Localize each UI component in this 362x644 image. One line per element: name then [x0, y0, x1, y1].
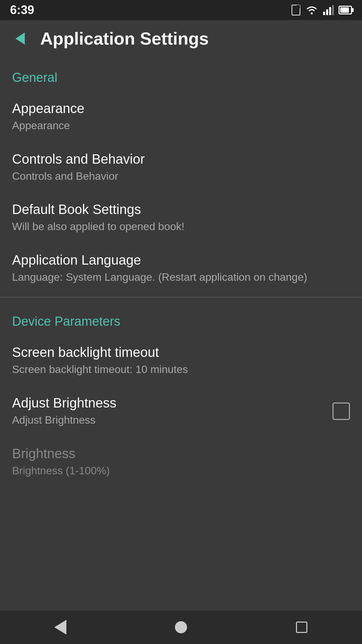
wifi-icon [305, 5, 318, 15]
section-header-general: General [0, 57, 362, 92]
nav-back-button[interactable] [47, 614, 74, 641]
svg-point-0 [311, 12, 313, 14]
svg-rect-2 [326, 9, 328, 15]
backlight-timeout-subtitle: Screen backlight timeout: 10 minutes [12, 363, 350, 377]
app-language-subtitle: Language: System Language. (Restart appl… [12, 270, 350, 284]
back-arrow-icon [15, 33, 25, 45]
default-book-title: Default Book Settings [12, 202, 350, 217]
controls-behavior-subtitle: Controls and Behavior [12, 169, 350, 183]
adjust-brightness-text: Adjust Brightness Adjust Brightness [12, 395, 333, 427]
svg-rect-1 [323, 12, 325, 15]
adjust-brightness-title: Adjust Brightness [12, 395, 333, 411]
nav-bar [0, 610, 362, 644]
nav-home-button[interactable] [168, 614, 194, 641]
backlight-timeout-title: Screen backlight timeout [12, 345, 350, 360]
nav-back-icon [54, 620, 66, 635]
app-bar: Application Settings [0, 20, 362, 57]
brightness-subtitle: Brightness (1-100%) [12, 464, 350, 478]
brightness-title: Brightness [12, 446, 350, 461]
svg-rect-3 [329, 7, 331, 15]
controls-behavior-title: Controls and Behavior [12, 152, 350, 167]
nav-home-icon [175, 621, 187, 633]
sim-icon [292, 5, 300, 15]
battery-icon [339, 6, 352, 14]
app-language-text: Application Language Language: System La… [12, 253, 350, 284]
back-button[interactable] [10, 29, 30, 49]
status-icons [292, 5, 352, 15]
status-time: 6:39 [10, 3, 34, 17]
settings-item-controls-behavior[interactable]: Controls and Behavior Controls and Behav… [0, 142, 362, 193]
settings-item-backlight-timeout[interactable]: Screen backlight timeout Screen backligh… [0, 335, 362, 386]
default-book-subtitle: Will be also applied to opened book! [12, 220, 350, 234]
settings-item-brightness[interactable]: Brightness Brightness (1-100%) [0, 437, 362, 487]
settings-item-adjust-brightness[interactable]: Adjust Brightness Adjust Brightness [0, 386, 362, 437]
settings-item-app-language[interactable]: Application Language Language: System La… [0, 243, 362, 294]
status-bar: 6:39 [0, 0, 362, 20]
brightness-text: Brightness Brightness (1-100%) [12, 446, 350, 478]
nav-recent-icon [296, 622, 307, 633]
adjust-brightness-checkbox[interactable] [333, 402, 350, 420]
settings-item-default-book[interactable]: Default Book Settings Will be also appli… [0, 193, 362, 243]
settings-content: General Appearance Appearance Controls a… [0, 57, 362, 610]
section-header-device: Device Parameters [0, 301, 362, 335]
svg-rect-4 [332, 5, 334, 15]
appearance-subtitle: Appearance [12, 119, 350, 133]
page-title: Application Settings [40, 29, 209, 49]
controls-behavior-text: Controls and Behavior Controls and Behav… [12, 152, 350, 183]
signal-icon [323, 5, 334, 15]
nav-recent-button[interactable] [288, 614, 315, 641]
settings-item-appearance[interactable]: Appearance Appearance [0, 92, 362, 142]
adjust-brightness-subtitle: Adjust Brightness [12, 413, 333, 427]
appearance-title: Appearance [12, 101, 350, 116]
backlight-timeout-text: Screen backlight timeout Screen backligh… [12, 345, 350, 377]
appearance-text: Appearance Appearance [12, 101, 350, 133]
app-language-title: Application Language [12, 253, 350, 268]
section-divider [0, 297, 362, 298]
default-book-text: Default Book Settings Will be also appli… [12, 202, 350, 234]
